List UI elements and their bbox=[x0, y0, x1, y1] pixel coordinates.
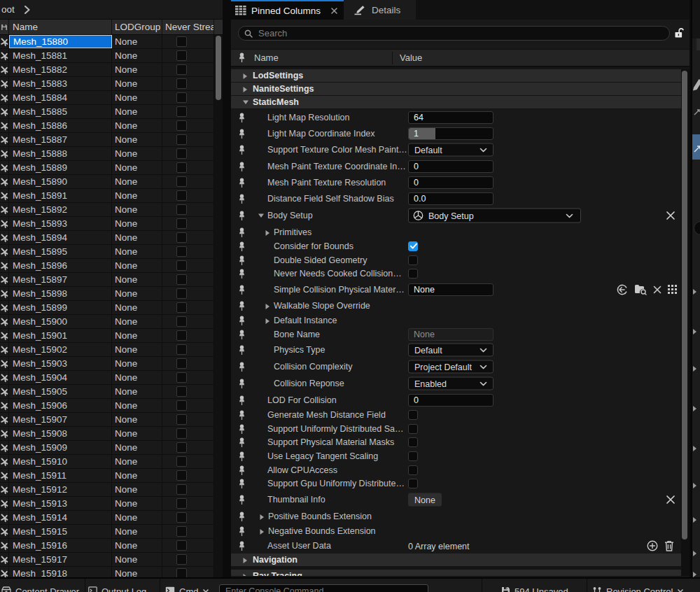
cell-lodgroup[interactable]: None bbox=[112, 385, 162, 398]
property-row-support-gpu-uniformly-distribute[interactable]: Support Gpu Uniformly Distribute… bbox=[231, 477, 680, 491]
cell-lodgroup[interactable]: None bbox=[112, 133, 162, 146]
property-row-use-legacy-tangent-scaling[interactable]: Use Legacy Tangent Scaling bbox=[231, 449, 680, 463]
pin-icon[interactable] bbox=[238, 145, 246, 155]
cell-lodgroup[interactable]: None bbox=[112, 469, 162, 482]
cell-name[interactable]: Mesh_15912 bbox=[9, 483, 112, 496]
cell-name[interactable]: Mesh_15884 bbox=[9, 91, 112, 104]
text-field[interactable]: 64 bbox=[408, 111, 493, 124]
table-row[interactable]: Mesh_15916None bbox=[0, 539, 214, 553]
pin-icon[interactable] bbox=[238, 285, 246, 295]
dropdown[interactable]: Enabled bbox=[408, 377, 493, 390]
property-row-collision-complexity[interactable]: Collision ComplexityProject Default bbox=[231, 358, 680, 375]
pin-icon[interactable] bbox=[238, 345, 246, 355]
property-row-asset-user-data[interactable]: Asset User Data0 Array element bbox=[231, 538, 680, 554]
tab-close-icon[interactable] bbox=[331, 8, 337, 14]
cell-name[interactable]: Mesh_15903 bbox=[9, 357, 112, 370]
pin-icon[interactable] bbox=[238, 194, 246, 204]
chevron-collapsed-icon[interactable] bbox=[242, 73, 248, 80]
cell-name[interactable]: Mesh_15899 bbox=[9, 301, 112, 314]
cell-name[interactable]: Mesh_15894 bbox=[9, 231, 112, 244]
pin-icon[interactable] bbox=[238, 437, 246, 448]
cell-lodgroup[interactable]: None bbox=[112, 371, 162, 384]
delete-all-icon[interactable] bbox=[664, 540, 674, 551]
table-row[interactable]: Mesh_15911None bbox=[0, 469, 214, 483]
never-stream-checkbox[interactable] bbox=[176, 288, 187, 299]
dropdown[interactable]: Project Default bbox=[408, 360, 493, 374]
properties-header-name[interactable]: Name bbox=[254, 52, 279, 63]
table-row[interactable]: Mesh_15892None bbox=[0, 203, 214, 217]
cell-lodgroup[interactable]: None bbox=[112, 105, 162, 118]
output-log-button[interactable]: Output Log bbox=[88, 586, 146, 592]
cell-lodgroup[interactable]: None bbox=[112, 441, 162, 454]
left-table-scrollbar[interactable] bbox=[214, 35, 223, 577]
cell-name[interactable]: Mesh_15918 bbox=[9, 567, 112, 577]
text-field[interactable]: 0.0 bbox=[408, 192, 493, 205]
cell-name[interactable]: Mesh_15889 bbox=[9, 161, 112, 174]
property-row-generate-mesh-distance-field[interactable]: Generate Mesh Distance Field bbox=[231, 408, 680, 422]
never-stream-checkbox[interactable] bbox=[176, 456, 187, 467]
cell-name[interactable]: Mesh_15896 bbox=[9, 259, 112, 272]
property-row-support-physical-material-masks[interactable]: Support Physical Material Masks bbox=[231, 435, 680, 449]
table-row[interactable]: Mesh_15897None bbox=[0, 273, 214, 287]
table-row[interactable]: Mesh_15900None bbox=[0, 315, 214, 329]
pin-icon[interactable] bbox=[238, 379, 246, 389]
dropdown[interactable]: Default bbox=[408, 344, 493, 357]
chevron-collapsed-icon[interactable] bbox=[242, 573, 248, 576]
property-row-walkable-slope-override[interactable]: Walkable Slope Override bbox=[231, 298, 680, 313]
never-stream-checkbox[interactable] bbox=[176, 204, 187, 215]
property-row-light-map-coordinate-index[interactable]: Light Map Coordinate Index1 bbox=[231, 125, 680, 141]
table-row[interactable]: Mesh_15918None bbox=[0, 567, 214, 577]
never-stream-checkbox[interactable] bbox=[176, 106, 187, 117]
pin-icon[interactable] bbox=[238, 541, 246, 551]
cell-lodgroup[interactable]: None bbox=[112, 63, 162, 76]
table-row[interactable]: Mesh_15910None bbox=[0, 455, 214, 469]
cell-name[interactable]: Mesh_15895 bbox=[9, 245, 112, 258]
cell-lodgroup[interactable]: None bbox=[112, 343, 162, 356]
property-row-physics-type[interactable]: Physics TypeDefault bbox=[231, 341, 680, 358]
column-header-name[interactable]: Name bbox=[9, 20, 112, 34]
never-stream-checkbox[interactable] bbox=[176, 386, 187, 397]
never-stream-checkbox[interactable] bbox=[176, 316, 187, 327]
cell-lodgroup[interactable]: None bbox=[112, 119, 162, 132]
cell-name[interactable]: Mesh_15887 bbox=[9, 133, 112, 146]
property-row-mesh-paint-texture-coordinate-in[interactable]: Mesh Paint Texture Coordinate In…0 bbox=[231, 158, 680, 174]
cell-name[interactable]: Mesh_15913 bbox=[9, 497, 112, 510]
cell-name[interactable]: Mesh_15909 bbox=[9, 441, 112, 454]
never-stream-checkbox[interactable] bbox=[176, 526, 187, 537]
table-row[interactable]: Mesh_15883None bbox=[0, 77, 214, 91]
cell-lodgroup[interactable]: None bbox=[112, 217, 162, 230]
cell-name[interactable]: Mesh_15906 bbox=[9, 399, 112, 412]
cell-lodgroup[interactable]: None bbox=[112, 567, 162, 577]
pin-icon[interactable] bbox=[238, 241, 246, 252]
add-element-icon[interactable] bbox=[647, 540, 658, 551]
pin-icon[interactable] bbox=[238, 424, 246, 435]
pick-asset-icon[interactable] bbox=[668, 285, 677, 294]
column-header-never-stream[interactable]: Never Strea bbox=[162, 20, 214, 34]
cell-name-selected[interactable]: Mesh_15880 bbox=[9, 35, 112, 48]
never-stream-checkbox[interactable] bbox=[176, 470, 187, 481]
never-stream-checkbox[interactable] bbox=[176, 232, 187, 243]
category-navigation[interactable]: Navigation bbox=[231, 554, 690, 566]
cell-name[interactable]: Mesh_15907 bbox=[9, 413, 112, 426]
pin-icon[interactable] bbox=[238, 227, 246, 238]
cell-lodgroup[interactable]: None bbox=[112, 497, 162, 510]
cell-lodgroup[interactable]: None bbox=[112, 203, 162, 216]
table-row[interactable]: Mesh_15895None bbox=[0, 245, 214, 259]
breadcrumb-root[interactable]: oot bbox=[1, 4, 15, 15]
cell-name[interactable]: Mesh_15891 bbox=[9, 189, 112, 202]
clipped-selected-item[interactable] bbox=[692, 134, 700, 160]
text-field[interactable]: 0 bbox=[408, 160, 493, 173]
never-stream-checkbox[interactable] bbox=[176, 400, 187, 411]
cell-name[interactable]: Mesh_15886 bbox=[9, 119, 112, 132]
table-row[interactable]: Mesh_15891None bbox=[0, 189, 214, 203]
cell-lodgroup[interactable]: None bbox=[112, 287, 162, 300]
pin-icon[interactable] bbox=[238, 129, 246, 139]
cell-name[interactable]: Mesh_15890 bbox=[9, 175, 112, 188]
property-row-thumbnail-info[interactable]: Thumbnail InfoNone bbox=[231, 491, 680, 509]
cell-name[interactable]: Mesh_15908 bbox=[9, 427, 112, 440]
checkbox[interactable] bbox=[408, 465, 418, 475]
property-row-double-sided-geometry[interactable]: Double Sided Geometry bbox=[231, 253, 680, 267]
never-stream-checkbox[interactable] bbox=[176, 190, 187, 201]
chevron-expanded-icon[interactable] bbox=[258, 213, 265, 218]
cell-lodgroup[interactable]: None bbox=[112, 427, 162, 440]
